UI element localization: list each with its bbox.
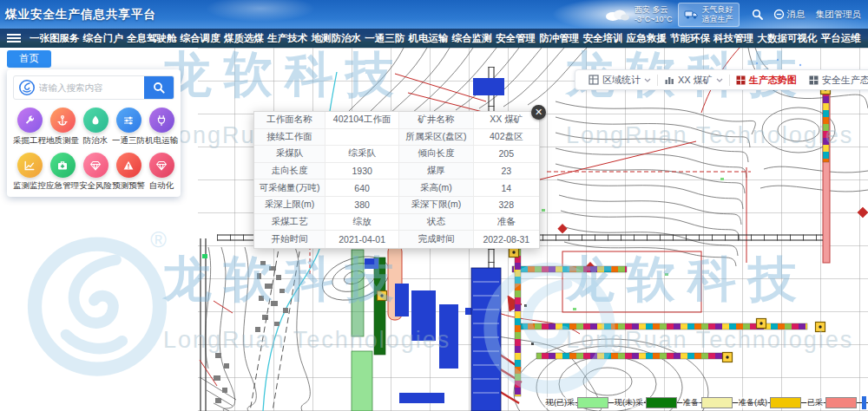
nav-item-safety-mgmt[interactable]: 安全管理 (496, 32, 536, 45)
search-button[interactable] (144, 75, 174, 100)
truck-icon (684, 9, 699, 20)
field-label: 采深上限(m) (254, 197, 326, 214)
nav-item-ventilation[interactable]: 一通三防 (365, 32, 404, 45)
nav-item-electromechanical[interactable]: 机电运输 (409, 32, 449, 45)
field-value: 380 (326, 197, 399, 214)
nav-item-safety-training[interactable]: 安全培训 (583, 32, 623, 45)
weather-status-badge: 天气良好 适宜生产 (678, 3, 740, 27)
app-electromechanical[interactable]: 机电运输 (145, 108, 178, 147)
sliders-icon (116, 108, 141, 133)
field-label: 工作面名称 (254, 112, 326, 129)
user-label: 集团管理员 (816, 9, 862, 21)
wrench-icon (17, 108, 43, 133)
global-search-button[interactable] (752, 9, 763, 20)
app-ventilation[interactable]: 一通三防 (112, 108, 145, 147)
nav-item-dispatch[interactable]: 综合调度 (181, 32, 220, 45)
field-label: 采深下限(m) (399, 197, 473, 214)
sidebar-app-panel: 采掘工程 地质测量 防治水 一通三防 (7, 69, 181, 197)
legend-label: 准备 (682, 397, 700, 408)
map-grid-icon (809, 75, 819, 85)
field-label: 倾向长度 (399, 146, 473, 163)
field-value: 205 (474, 146, 539, 163)
field-value: 402盘区 (474, 129, 539, 147)
title-bar: 煤业安全生产信息共享平台 西安 多云 -3°C~10°C 天气良好 适宜生产 (0, 0, 868, 29)
search-icon (752, 9, 763, 20)
nav-item-burst-prevention[interactable]: 防冲管理 (539, 32, 579, 45)
app-monitoring[interactable]: 监测监控 (13, 153, 46, 192)
map-toolbar: 区域统计 XX 煤矿 生产态势图 安全生产态势图 工具 (575, 69, 868, 90)
legend-swatch-current-unmined (646, 397, 677, 408)
nav-item-monitoring[interactable]: 综合监测 (452, 32, 492, 45)
legend-swatch-prepare (701, 397, 733, 408)
nav-item-production-tech[interactable]: 生产技术 (267, 32, 307, 45)
weather-text: 西安 多云 -3°C~10°C (635, 5, 672, 24)
app-water-control[interactable]: 防治水 (79, 108, 112, 147)
message-icon (773, 9, 785, 20)
nav-item-emergency[interactable]: 应急救援 (627, 32, 667, 45)
legend-swatch-current-mined (577, 397, 608, 408)
search-icon (153, 82, 165, 94)
gem-icon (149, 153, 174, 178)
app-emergency-mgmt[interactable]: 应急管理 (46, 153, 79, 192)
nav-item-tech-mgmt[interactable]: 科技管理 (713, 32, 753, 45)
tab-home[interactable]: 首页 (7, 50, 51, 68)
mine-selector-dropdown[interactable]: XX 煤矿 (658, 74, 729, 87)
close-icon[interactable]: ✕ (531, 105, 546, 120)
menu-hamburger-icon[interactable] (7, 32, 21, 44)
field-value: 1930 (326, 163, 399, 180)
nav-item-portal[interactable]: 综合门户 (83, 32, 123, 45)
production-map-button[interactable]: 生产态势图 (730, 74, 803, 87)
field-value: 综采队 (326, 146, 399, 163)
field-value: 328 (474, 197, 539, 214)
field-value: 640 (326, 179, 399, 197)
app-mining-engineering[interactable]: 采掘工程 (13, 108, 46, 147)
app-automation[interactable]: 自动化 (145, 153, 178, 192)
legend-swatch-edge (862, 396, 866, 409)
search-input[interactable] (39, 82, 144, 93)
app-forecast-warning[interactable]: 预测预警 (112, 153, 145, 192)
nav-item-coal-quality[interactable]: 煤质选煤 (224, 32, 264, 45)
messages-button[interactable]: 消息 (773, 9, 806, 21)
app-safety-risk[interactable]: 安全风险 (79, 153, 112, 192)
weather-city: 西安 多云 (635, 5, 672, 15)
legend-label: 准备(成) (738, 397, 768, 408)
field-value: 综放 (326, 214, 399, 232)
legend-label: 现(已)采 (545, 397, 575, 408)
droplet-icon (83, 108, 108, 133)
weather-badge-line2: 适宜生产 (702, 15, 733, 24)
field-label: 状态 (399, 214, 473, 232)
bar-chart-icon (664, 75, 674, 85)
field-label: 完成时间 (399, 231, 473, 248)
field-label: 所属采区(盘区) (399, 129, 473, 147)
field-label: 开始时间 (254, 231, 326, 248)
nav-item-water-control[interactable]: 地测防治水 (312, 32, 362, 45)
user-account-button[interactable]: 集团管理员 (816, 9, 862, 21)
field-label: 采煤工艺 (254, 214, 326, 232)
mining-status-legend: 现(已)采 现(未)采 准备 准备(成) 已采 (545, 395, 868, 410)
field-value: 准备 (474, 214, 539, 232)
app-grid: 采掘工程 地质测量 防治水 一通三防 (13, 108, 174, 192)
nav-item-energy-saving[interactable]: 节能环保 (670, 32, 710, 45)
nav-item-map-service[interactable]: 一张图服务 (30, 32, 80, 45)
legend-label: 现(未)采 (614, 397, 644, 408)
app-geological-survey[interactable]: 地质测量 (46, 108, 79, 147)
plug-icon (149, 108, 174, 133)
weather-badge-line1: 天气良好 (702, 5, 733, 15)
field-label: 煤厚 (399, 163, 473, 180)
nav-item-platform-ops[interactable]: 平台运维 (821, 32, 861, 45)
region-stats-icon (589, 75, 599, 85)
longruan-logo-icon (18, 79, 36, 96)
field-value: XX 煤矿 (474, 112, 539, 129)
warning-icon (116, 153, 141, 178)
main-content: 龙软科技 LongRuan Technologies 龙软科技 LongRuan… (0, 48, 868, 411)
region-stats-dropdown[interactable]: 区域统计 (582, 74, 657, 87)
safety-production-map-dropdown[interactable]: 安全生产态势图 (803, 74, 868, 87)
field-value: 2021-04-01 (326, 231, 399, 248)
field-value: 402104工作面 (326, 112, 399, 129)
nav-item-cockpit[interactable]: 全息驾驶舱 (127, 32, 177, 45)
nav-item-bigdata-visual[interactable]: 大数据可视化 (758, 32, 818, 45)
chevron-down-icon (716, 78, 723, 82)
field-value: 23 (474, 163, 539, 180)
chevron-down-icon (644, 78, 651, 82)
main-nav: 一张图服务 综合门户 全息驾驶舱 综合调度 煤质选煤 生产技术 地测防治水 一通… (0, 29, 868, 48)
